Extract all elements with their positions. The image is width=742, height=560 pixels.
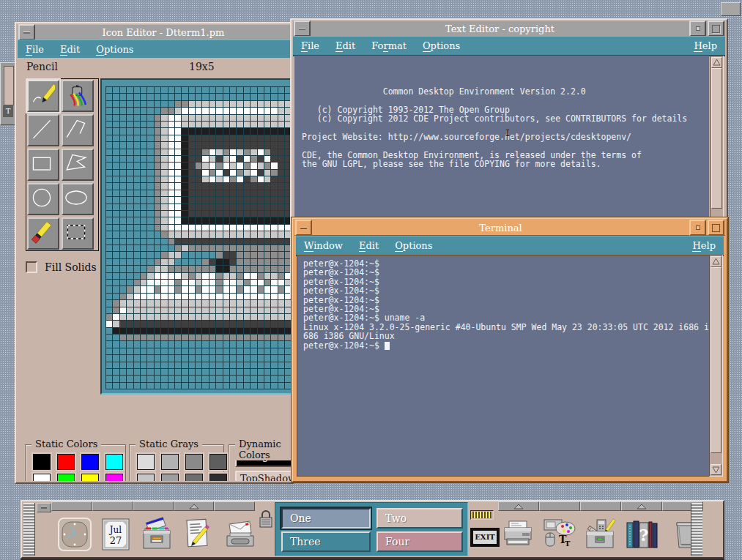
pixel-cell[interactable] [106,176,112,182]
pixel-cell[interactable] [175,294,181,299]
pixel-cell[interactable] [237,328,242,334]
pixel-cell[interactable] [147,211,153,217]
pixel-cell[interactable] [182,355,188,361]
pixel-cell[interactable] [120,108,126,113]
pixel-cell[interactable] [147,183,153,189]
pixel-cell[interactable] [278,280,284,285]
pixel-cell[interactable] [155,355,160,361]
pixel-cell[interactable] [264,307,270,313]
pixel-cell[interactable] [147,294,153,299]
pixel-cell[interactable] [258,87,264,93]
pixel-cell[interactable] [237,122,242,127]
pixel-cell[interactable] [120,335,126,340]
pixel-cell[interactable] [168,307,174,313]
pixel-cell[interactable] [202,225,208,231]
pixel-cell[interactable] [271,348,277,354]
pixel-cell[interactable] [127,239,133,244]
pixel-cell[interactable] [182,362,188,368]
pixel-cell[interactable] [216,108,222,113]
pixel-cell[interactable] [189,197,195,203]
pixel-cell[interactable] [278,149,284,155]
pixel-cell[interactable] [251,273,256,279]
pixel-cell[interactable] [285,307,291,313]
pixel-cell[interactable] [155,149,160,155]
pixel-cell[interactable] [127,362,133,368]
pixel-cell[interactable] [175,231,181,237]
pixel-cell[interactable] [237,101,242,107]
pixel-cell[interactable] [161,197,167,203]
pixel-cell[interactable] [161,252,167,258]
pixel-cell[interactable] [175,163,181,168]
pixel-cell[interactable] [237,204,242,210]
pixel-cell[interactable] [196,176,201,182]
pixel-cell[interactable] [120,149,126,155]
pixel-cell[interactable] [196,259,201,265]
fill-solids-checkbox[interactable] [26,261,37,273]
pixel-cell[interactable] [230,142,236,148]
pixel-cell[interactable] [141,170,146,176]
pixel-cell[interactable] [141,307,146,313]
pixel-cell[interactable] [106,128,112,134]
pixel-cell[interactable] [168,108,174,113]
pixel-cell[interactable] [120,87,126,93]
pixel-cell[interactable] [209,245,215,251]
pixel-cell[interactable] [127,128,133,134]
pixel-cell[interactable] [285,362,291,368]
pixel-cell[interactable] [237,156,242,162]
pixel-cell[interactable] [113,314,119,320]
pixel-cell[interactable] [113,300,119,306]
pixel-cell[interactable] [251,176,256,182]
pixel-cell[interactable] [237,176,242,182]
pixel-cell[interactable] [251,239,256,244]
pixel-cell[interactable] [196,328,201,334]
pixel-cell[interactable] [106,217,112,223]
pixel-cell[interactable] [147,286,153,292]
pixel-cell[interactable] [264,170,270,176]
pixel-cell[interactable] [230,252,236,258]
pixel-cell[interactable] [134,286,140,292]
pixel-cell[interactable] [216,348,222,354]
pixel-cell[interactable] [141,87,146,93]
pixel-cell[interactable] [216,101,222,107]
pixel-cell[interactable] [230,183,236,189]
pixel-cell[interactable] [141,217,146,223]
pixel-cell[interactable] [202,217,208,223]
pixel-cell[interactable] [196,239,201,244]
pixel-cell[interactable] [223,307,229,313]
pixel-cell[interactable] [258,122,264,127]
pixel-cell[interactable] [175,328,181,334]
pixel-cell[interactable] [168,314,174,320]
pixel-cell[interactable] [196,314,201,320]
pixel-cell[interactable] [271,183,277,189]
pixel-cell[interactable] [264,128,270,134]
pixel-cell[interactable] [141,128,146,134]
pixel-cell[interactable] [244,307,250,313]
pixel-cell[interactable] [141,362,146,368]
pixel-cell[interactable] [230,170,236,176]
pixel-cell[interactable] [196,149,201,155]
pixel-cell[interactable] [244,335,250,340]
pixel-cell[interactable] [223,355,229,361]
pixel-cell[interactable] [106,190,112,196]
pixel-cell[interactable] [271,231,277,237]
pixel-cell[interactable] [271,245,277,251]
pixel-cell[interactable] [271,266,277,272]
pixel-cell[interactable] [155,115,160,121]
pixel-cell[interactable] [264,266,270,272]
pixel-cell[interactable] [251,217,256,223]
pixel-cell[interactable] [106,231,112,237]
pixel-cell[interactable] [175,314,181,320]
pixel-cell[interactable] [113,231,119,237]
pixel-cell[interactable] [216,307,222,313]
pixel-cell[interactable] [106,135,112,141]
pixel-cell[interactable] [230,217,236,223]
pixel-cell[interactable] [278,108,284,113]
pixel-cell[interactable] [141,252,146,258]
pixel-cell[interactable] [278,239,284,244]
pixel-cell[interactable] [271,321,277,326]
pixel-cell[interactable] [202,211,208,217]
pixel-cell[interactable] [106,211,112,217]
subpanel-tab[interactable] [51,501,92,511]
pixel-cell[interactable] [216,183,222,189]
pixel-cell[interactable] [141,231,146,237]
